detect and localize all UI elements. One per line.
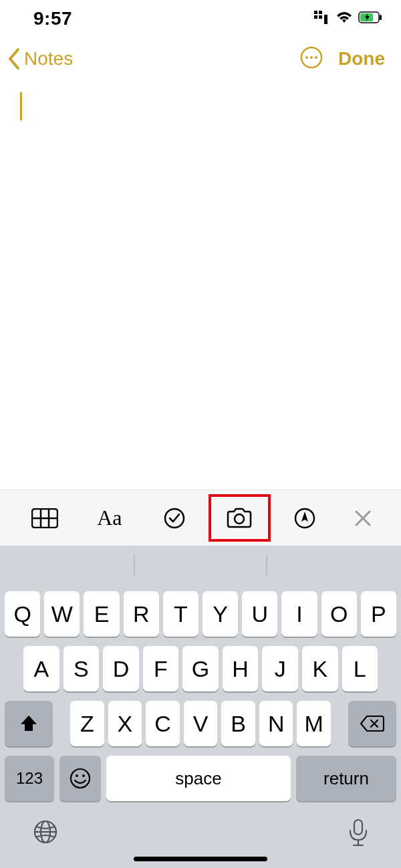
dictation-key[interactable]: [348, 819, 369, 851]
emoji-key[interactable]: [59, 756, 101, 801]
key-j[interactable]: J: [262, 646, 298, 691]
nav-bar: Notes Done: [0, 32, 401, 80]
svg-rect-1: [319, 11, 322, 14]
key-u[interactable]: U: [242, 591, 277, 637]
key-c[interactable]: C: [146, 701, 180, 746]
globe-icon: [32, 819, 59, 845]
status-bar: 9:57: [0, 0, 401, 32]
return-key[interactable]: return: [296, 756, 396, 801]
home-indicator[interactable]: [134, 857, 267, 861]
shift-icon: [19, 714, 39, 734]
svg-rect-3: [319, 15, 322, 19]
key-r[interactable]: R: [124, 591, 159, 637]
svg-rect-25: [354, 820, 362, 835]
key-p[interactable]: P: [361, 591, 396, 637]
suggestion-divider: [266, 554, 267, 576]
grid-status-icon: [314, 11, 330, 27]
formatting-toolbar: Aa: [0, 490, 401, 546]
text-cursor: [20, 92, 22, 120]
camera-icon: [225, 508, 253, 529]
globe-key[interactable]: [32, 819, 59, 848]
svg-point-9: [305, 56, 308, 59]
svg-rect-0: [314, 11, 317, 14]
key-m[interactable]: M: [297, 701, 331, 746]
backspace-icon: [360, 715, 384, 732]
backspace-key[interactable]: [348, 701, 396, 746]
key-n[interactable]: N: [259, 701, 293, 746]
suggestion-bar: [0, 546, 401, 584]
text-format-button[interactable]: Aa: [77, 490, 142, 546]
key-row-4: 123 space return: [3, 756, 398, 801]
key-k[interactable]: K: [302, 646, 338, 691]
status-time: 9:57: [33, 8, 72, 29]
suggestion-divider: [134, 554, 135, 576]
key-a[interactable]: A: [23, 646, 59, 691]
svg-point-17: [235, 514, 244, 524]
key-row-1: QWERTYUIOP: [3, 591, 398, 637]
status-icons: [314, 11, 382, 27]
numbers-key[interactable]: 123: [5, 756, 54, 801]
key-f[interactable]: F: [143, 646, 179, 691]
key-g[interactable]: G: [182, 646, 219, 691]
space-key[interactable]: space: [106, 756, 291, 801]
check-circle-icon: [163, 507, 186, 530]
text-format-icon: Aa: [97, 506, 122, 530]
key-b[interactable]: B: [221, 701, 255, 746]
svg-point-10: [310, 56, 313, 59]
svg-rect-7: [380, 15, 382, 20]
key-w[interactable]: W: [44, 591, 80, 637]
key-q[interactable]: Q: [5, 591, 40, 637]
battery-charging-icon: [358, 11, 382, 26]
svg-point-20: [76, 774, 78, 777]
table-icon: [31, 508, 58, 528]
key-e[interactable]: E: [84, 591, 119, 637]
wifi-icon: [336, 11, 353, 27]
svg-rect-4: [324, 15, 327, 24]
svg-point-16: [165, 509, 184, 528]
note-editor[interactable]: [0, 80, 401, 348]
key-o[interactable]: O: [321, 591, 357, 637]
key-h[interactable]: H: [223, 646, 259, 691]
key-i[interactable]: I: [281, 591, 317, 637]
keyboard: QWERTYUIOP ASDFGHJKL ZXCVBNM 123 space r…: [0, 584, 401, 813]
checklist-button[interactable]: [142, 490, 207, 546]
key-v[interactable]: V: [184, 701, 218, 746]
more-options-button[interactable]: [299, 45, 323, 72]
shift-key[interactable]: [5, 701, 53, 746]
key-l[interactable]: L: [342, 646, 378, 691]
key-z[interactable]: Z: [70, 701, 104, 746]
svg-point-19: [71, 769, 90, 788]
camera-button[interactable]: [207, 490, 272, 546]
close-toolbar-button[interactable]: [337, 490, 389, 546]
table-button[interactable]: [12, 490, 77, 546]
svg-point-21: [82, 774, 85, 777]
back-button[interactable]: Notes: [7, 47, 73, 70]
key-d[interactable]: D: [103, 646, 139, 691]
markup-button[interactable]: [272, 490, 337, 546]
key-x[interactable]: X: [108, 701, 142, 746]
key-y[interactable]: Y: [203, 591, 238, 637]
microphone-icon: [348, 819, 369, 848]
pen-circle-icon: [293, 507, 316, 530]
done-button[interactable]: Done: [338, 48, 385, 70]
svg-rect-2: [314, 15, 317, 19]
emoji-icon: [69, 767, 92, 790]
close-icon: [354, 510, 372, 527]
key-s[interactable]: S: [63, 646, 100, 691]
key-row-3: ZXCVBNM: [3, 701, 398, 746]
svg-point-11: [315, 56, 317, 59]
key-t[interactable]: T: [163, 591, 198, 637]
back-label: Notes: [24, 48, 73, 70]
key-row-2: ASDFGHJKL: [3, 646, 398, 691]
chevron-left-icon: [7, 47, 21, 70]
